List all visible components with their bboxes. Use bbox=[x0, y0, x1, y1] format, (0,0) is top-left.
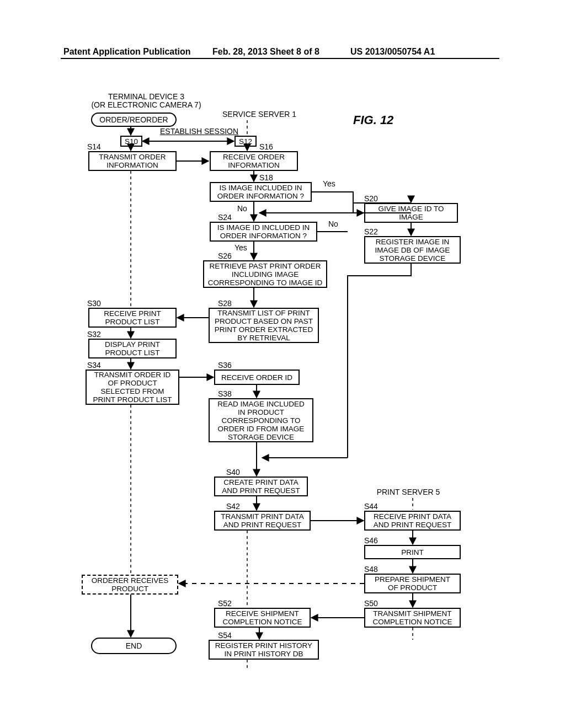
step-s10: S10 bbox=[120, 136, 142, 147]
step-s48: PREPARE SHIPMENT OF PRODUCT bbox=[364, 574, 461, 593]
start-terminator: ORDER/REORDER bbox=[91, 113, 177, 127]
header-left: Patent Application Publication bbox=[63, 47, 191, 57]
header-rule bbox=[61, 58, 499, 59]
step-s30: RECEIVE PRINT PRODUCT LIST bbox=[88, 308, 177, 328]
label-s42: S42 bbox=[226, 502, 240, 511]
end-terminator: END bbox=[91, 638, 177, 654]
page: Patent Application Publication Feb. 28, … bbox=[0, 0, 565, 728]
label-s32: S32 bbox=[87, 330, 101, 339]
establish-session-label: ESTABLISH SESSION bbox=[160, 127, 238, 136]
step-s34: TRANSMIT ORDER ID OF PRODUCT SELECTED FR… bbox=[86, 370, 179, 405]
label-s26: S26 bbox=[218, 251, 232, 260]
step-s14: TRANSMIT ORDER INFORMATION bbox=[88, 151, 177, 171]
step-orderer: ORDERER RECEIVES PRODUCT bbox=[82, 575, 178, 595]
no-s24: No bbox=[328, 220, 338, 228]
step-s50: TRANSMIT SHIPMENT COMPLETION NOTICE bbox=[364, 608, 461, 628]
label-s50: S50 bbox=[364, 599, 378, 608]
label-s30: S30 bbox=[87, 299, 101, 308]
no-s18: No bbox=[237, 204, 247, 213]
label-s20: S20 bbox=[364, 194, 378, 203]
step-s54: REGISTER PRINT HISTORY IN PRINT HISTORY … bbox=[209, 640, 319, 660]
step-s22: REGISTER IMAGE IN IMAGE DB OF IMAGE STOR… bbox=[364, 236, 461, 264]
label-s38: S38 bbox=[218, 389, 232, 398]
yes-s18: Yes bbox=[323, 179, 335, 188]
label-s40: S40 bbox=[226, 468, 240, 477]
lane-terminal: TERMINAL DEVICE 3 (OR ELECTRONIC CAMERA … bbox=[88, 93, 204, 109]
header-right: US 2013/0050754 A1 bbox=[350, 47, 435, 57]
header-mid: Feb. 28, 2013 Sheet 8 of 8 bbox=[212, 47, 319, 57]
label-s54: S54 bbox=[218, 631, 232, 640]
lane-printserver: PRINT SERVER 5 bbox=[361, 488, 455, 496]
step-s16: RECEIVE ORDER INFORMATION bbox=[210, 151, 298, 171]
step-s18: IS IMAGE INCLUDED IN ORDER INFORMATION ? bbox=[210, 182, 312, 202]
step-s12: S12 bbox=[234, 136, 257, 147]
label-s24: S24 bbox=[218, 213, 232, 222]
label-s22: S22 bbox=[364, 227, 378, 236]
svg-line-18 bbox=[312, 192, 364, 213]
label-s16: S16 bbox=[259, 142, 273, 151]
step-s36: RECEIVE ORDER ID bbox=[214, 370, 300, 385]
label-s52: S52 bbox=[218, 599, 232, 608]
yes-s24: Yes bbox=[234, 243, 247, 252]
label-s44: S44 bbox=[364, 502, 378, 511]
step-s40: CREATE PRINT DATA AND PRINT REQUEST bbox=[214, 477, 308, 496]
step-s32: DISPLAY PRINT PRODUCT LIST bbox=[88, 339, 177, 358]
step-s52: RECEIVE SHIPMENT COMPLETION NOTICE bbox=[214, 608, 311, 628]
label-s18: S18 bbox=[259, 173, 273, 182]
label-s34: S34 bbox=[87, 361, 101, 370]
step-s38: READ IMAGE INCLUDED IN PRODUCT CORRESPON… bbox=[209, 398, 313, 442]
label-s48: S48 bbox=[364, 565, 378, 574]
step-s44: RECEIVE PRINT DATA AND PRINT REQUEST bbox=[364, 511, 461, 531]
label-s14: S14 bbox=[87, 142, 101, 151]
label-s36: S36 bbox=[218, 361, 232, 370]
step-s46: PRINT bbox=[364, 545, 461, 559]
label-s28: S28 bbox=[218, 299, 232, 308]
label-s46: S46 bbox=[364, 536, 378, 545]
step-s20: GIVE IMAGE ID TO IMAGE bbox=[364, 203, 458, 223]
step-s26: RETRIEVE PAST PRINT ORDER INCLUDING IMAG… bbox=[203, 260, 327, 288]
step-s42: TRANSMIT PRINT DATA AND PRINT REQUEST bbox=[214, 511, 311, 531]
step-s28: TRANSMIT LIST OF PRINT PRODUCT BASED ON … bbox=[209, 308, 319, 343]
lane-service: SERVICE SERVER 1 bbox=[212, 110, 306, 119]
figure-label: FIG. 12 bbox=[353, 113, 393, 127]
step-s24: IS IMAGE ID INCLUDED IN ORDER INFORMATIO… bbox=[210, 222, 317, 242]
